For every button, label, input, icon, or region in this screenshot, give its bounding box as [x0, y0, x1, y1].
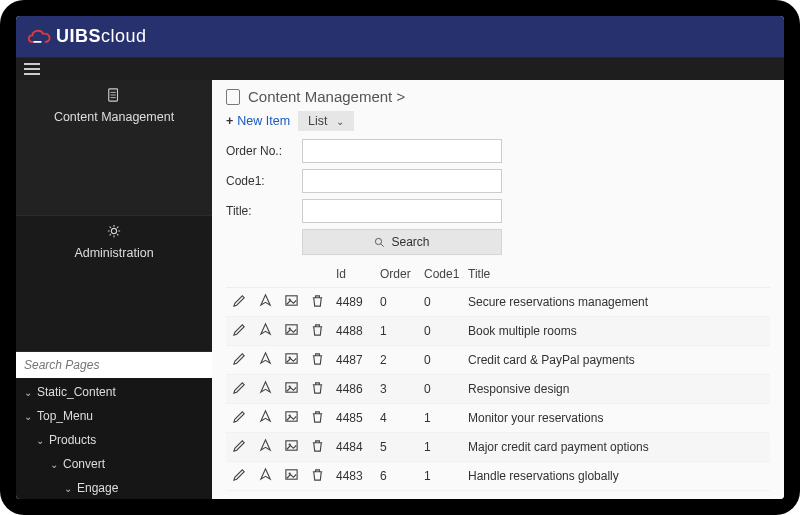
image-icon[interactable] — [284, 351, 299, 366]
cell-code1: 1 — [422, 469, 466, 483]
new-item-button[interactable]: + New Item — [226, 114, 290, 128]
table-row: 448630Responsive design — [226, 375, 770, 404]
filter-form: Order No.: Code1: Title: Search — [226, 139, 770, 255]
delete-icon[interactable] — [310, 467, 325, 482]
filter-label-title: Title: — [226, 204, 296, 218]
delete-icon[interactable] — [310, 351, 325, 366]
search-button-label: Search — [391, 235, 429, 249]
tree-node-label: Products — [49, 433, 96, 447]
write-icon[interactable] — [258, 380, 273, 395]
tree-node-label: Engage — [77, 481, 118, 495]
cell-code1: 1 — [422, 440, 466, 454]
main-panel: Content Management > + New Item List ⌄ O… — [212, 80, 784, 499]
cell-title: Monitor your reservations — [466, 411, 766, 425]
edit-icon[interactable] — [232, 380, 247, 395]
image-icon[interactable] — [284, 293, 299, 308]
cell-title: Major credit card payment options — [466, 440, 766, 454]
write-icon[interactable] — [258, 409, 273, 424]
delete-icon[interactable] — [310, 409, 325, 424]
content-table: Id Order Code1 Title 448900Secure reserv… — [226, 261, 770, 491]
sidebar-item-label: Administration — [74, 246, 153, 260]
table-row: 448361Handle reservations globally — [226, 462, 770, 491]
tablet-frame: UIBScloud Content Management Administrat… — [0, 0, 800, 515]
search-pages-input[interactable] — [16, 352, 212, 378]
cell-code1: 0 — [422, 382, 466, 396]
cell-order: 6 — [378, 469, 422, 483]
delete-icon[interactable] — [310, 293, 325, 308]
cell-id: 4486 — [334, 382, 378, 396]
col-code1[interactable]: Code1 — [422, 267, 466, 281]
edit-icon[interactable] — [232, 322, 247, 337]
edit-icon[interactable] — [232, 351, 247, 366]
tree-node-label: Static_Content — [37, 385, 116, 399]
brand-logo[interactable]: UIBScloud — [26, 26, 147, 47]
chevron-down-icon: ⌄ — [36, 435, 44, 446]
view-mode-dropdown[interactable]: List ⌄ — [298, 111, 353, 131]
top-bar: UIBScloud — [16, 16, 784, 58]
screen: UIBScloud Content Management Administrat… — [16, 16, 784, 499]
cell-id: 4485 — [334, 411, 378, 425]
chevron-down-icon: ⌄ — [24, 387, 32, 398]
image-icon[interactable] — [284, 322, 299, 337]
svg-line-14 — [381, 243, 384, 246]
filter-input-code1[interactable] — [302, 169, 502, 193]
write-icon[interactable] — [258, 322, 273, 337]
filter-input-order[interactable] — [302, 139, 502, 163]
sidebar-item-content-management[interactable]: Content Management — [16, 80, 212, 216]
delete-icon[interactable] — [310, 438, 325, 453]
delete-icon[interactable] — [310, 380, 325, 395]
tree-node[interactable]: ⌄Products — [16, 428, 212, 452]
cell-code1: 0 — [422, 324, 466, 338]
write-icon[interactable] — [258, 293, 273, 308]
col-title[interactable]: Title — [466, 267, 766, 281]
image-icon[interactable] — [284, 380, 299, 395]
delete-icon[interactable] — [310, 322, 325, 337]
col-id[interactable]: Id — [334, 267, 378, 281]
cell-order: 3 — [378, 382, 422, 396]
tree-node[interactable]: ⌄Static_Content — [16, 380, 212, 404]
svg-line-10 — [117, 234, 118, 235]
cell-title: Book multiple rooms — [466, 324, 766, 338]
cell-order: 4 — [378, 411, 422, 425]
plus-icon: + — [226, 114, 233, 128]
sidebar-item-administration[interactable]: Administration — [16, 216, 212, 352]
svg-point-4 — [111, 228, 116, 233]
edit-icon[interactable] — [232, 438, 247, 453]
tree-node[interactable]: ⌄Top_Menu — [16, 404, 212, 428]
menu-toggle-row — [16, 58, 784, 80]
search-icon — [374, 237, 385, 248]
filter-input-title[interactable] — [302, 199, 502, 223]
cell-order: 5 — [378, 440, 422, 454]
cell-title: Handle reservations globally — [466, 469, 766, 483]
chevron-down-icon: ⌄ — [336, 116, 344, 127]
sidebar-item-label: Content Management — [54, 110, 174, 124]
cell-order: 2 — [378, 353, 422, 367]
cell-id: 4489 — [334, 295, 378, 309]
table-header: Id Order Code1 Title — [226, 261, 770, 288]
write-icon[interactable] — [258, 438, 273, 453]
edit-icon[interactable] — [232, 293, 247, 308]
tree-node[interactable]: ⌄Engage — [16, 476, 212, 499]
col-order[interactable]: Order — [378, 267, 422, 281]
tree-node[interactable]: ⌄Convert — [16, 452, 212, 476]
search-button[interactable]: Search — [302, 229, 502, 255]
edit-icon[interactable] — [232, 467, 247, 482]
filter-label-order: Order No.: — [226, 144, 296, 158]
new-item-label: New Item — [237, 114, 290, 128]
svg-line-11 — [110, 234, 111, 235]
breadcrumb-text: Content Management > — [248, 88, 405, 105]
breadcrumb: Content Management > — [226, 88, 770, 105]
tree-node-label: Convert — [63, 457, 105, 471]
edit-icon[interactable] — [232, 409, 247, 424]
view-mode-label: List — [308, 114, 327, 128]
svg-line-12 — [117, 227, 118, 228]
image-icon[interactable] — [284, 438, 299, 453]
image-icon[interactable] — [284, 467, 299, 482]
image-icon[interactable] — [284, 409, 299, 424]
hamburger-icon[interactable] — [24, 63, 40, 75]
sidebar: Content Management Administration ⌄Stati… — [16, 80, 212, 499]
cell-code1: 1 — [422, 411, 466, 425]
cell-id: 4484 — [334, 440, 378, 454]
write-icon[interactable] — [258, 467, 273, 482]
write-icon[interactable] — [258, 351, 273, 366]
